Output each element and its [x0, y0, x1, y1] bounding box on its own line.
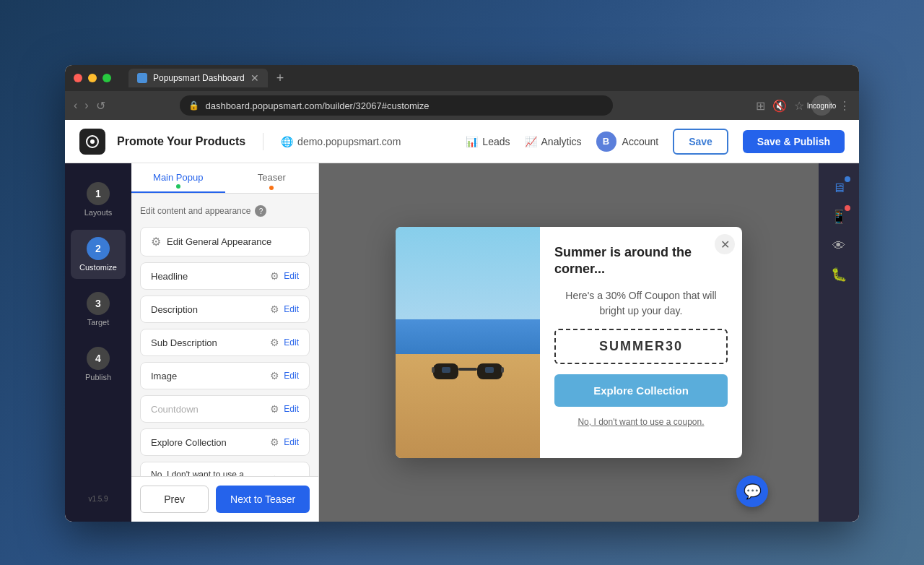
debug-tool[interactable]: 🐛 — [826, 262, 852, 288]
svg-rect-5 — [432, 367, 435, 373]
panel-tabs: Main Popup Teaser — [131, 163, 318, 194]
save-button[interactable]: Save — [673, 129, 728, 155]
decline-label: No, I don't want to use a coupon — [151, 470, 270, 476]
step-layouts[interactable]: 1 Layouts — [71, 175, 126, 224]
back-button[interactable]: ‹ — [74, 99, 77, 112]
header-url: 🌐 demo.popupsmart.com — [281, 136, 401, 147]
headline-gear-icon[interactable]: ⚙ — [270, 270, 279, 282]
browser-tab[interactable]: Popupsmart Dashboard ✕ — [128, 69, 268, 87]
app-body: 1 Layouts 2 Customize 3 Target 4 Publish… — [65, 163, 859, 522]
step-target[interactable]: 3 Target — [71, 285, 126, 334]
maximize-traffic-light[interactable] — [103, 74, 111, 82]
leads-nav-link[interactable]: 📊 Leads — [466, 136, 510, 147]
step-label-layouts: Layouts — [84, 208, 113, 217]
beach-scene — [396, 227, 540, 458]
forward-button[interactable]: › — [84, 99, 88, 112]
refresh-button[interactable]: ↺ — [96, 99, 105, 113]
right-sidebar: 🖥 📱 👁 🐛 — [819, 163, 859, 522]
chat-button[interactable]: 💬 — [736, 475, 768, 507]
popup-decline-link[interactable]: No, I don't want to use a coupon. — [554, 417, 728, 427]
countdown-label: Countdown — [151, 404, 199, 415]
svg-rect-6 — [501, 367, 504, 373]
edit-general-appearance[interactable]: ⚙ Edit General Appearance — [140, 227, 310, 256]
tab-main-popup[interactable]: Main Popup — [131, 163, 225, 193]
image-actions: ⚙ Edit — [270, 370, 299, 381]
sunglasses-icon — [432, 353, 504, 389]
incognito-button[interactable]: Incognito — [811, 95, 832, 116]
header-nav: 📊 Leads 📈 Analytics B Account Save Save … — [466, 129, 845, 155]
edit-description[interactable]: Description ⚙ Edit — [140, 296, 310, 323]
mobile-dot — [845, 205, 850, 211]
tab-close-button[interactable]: ✕ — [250, 73, 259, 83]
popup-close-button[interactable]: ✕ — [715, 234, 735, 254]
next-teaser-button[interactable]: Next to Teaser — [216, 486, 310, 513]
image-gear-icon[interactable]: ⚙ — [270, 370, 279, 381]
step-circle-2: 2 — [87, 237, 110, 260]
step-label-publish: Publish — [85, 373, 111, 381]
edit-explore-collection[interactable]: Explore Collection ⚙ Edit — [140, 428, 310, 456]
desktop-view-tool[interactable]: 🖥 — [826, 175, 852, 201]
sub-description-gear-icon[interactable]: ⚙ — [270, 337, 279, 348]
image-label: Image — [151, 371, 177, 381]
gear-settings-icon: ⚙ — [151, 235, 161, 249]
headline-label: Headline — [151, 271, 188, 282]
popup-cta-button[interactable]: Explore Collection — [554, 374, 728, 407]
extensions-icon[interactable]: ⊞ — [756, 99, 765, 113]
app-container: Promote Your Products 🌐 demo.popupsmart.… — [65, 120, 859, 522]
mute-icon[interactable]: 🔇 — [772, 99, 787, 113]
address-box[interactable]: 🔒 dashboard.popupsmart.com/builder/32067… — [180, 95, 613, 116]
edit-general-label: Edit General Appearance — [167, 236, 271, 247]
leads-icon: 📊 — [466, 136, 478, 147]
account-button[interactable]: B Account — [596, 131, 659, 152]
prev-button[interactable]: Prev — [140, 486, 209, 513]
countdown-edit-link[interactable]: Edit — [284, 404, 299, 414]
globe-icon: 🌐 — [281, 136, 293, 147]
edit-countdown[interactable]: Countdown ⚙ Edit — [140, 395, 310, 423]
step-publish[interactable]: 4 Publish — [71, 340, 126, 389]
browser-addressbar: ‹ › ↺ 🔒 dashboard.popupsmart.com/builder… — [65, 91, 859, 120]
mobile-view-tool[interactable]: 📱 — [826, 204, 852, 230]
editor-panel: Main Popup Teaser Edit content and appea… — [131, 163, 319, 522]
step-circle-4: 4 — [87, 347, 110, 370]
new-tab-button[interactable]: + — [276, 71, 284, 86]
tab-dot-main — [176, 184, 180, 189]
description-edit-link[interactable]: Edit — [284, 304, 299, 314]
bug-icon: 🐛 — [831, 267, 847, 282]
app-header: Promote Your Products 🌐 demo.popupsmart.… — [65, 120, 859, 163]
minimize-traffic-light[interactable] — [88, 74, 97, 82]
edit-headline[interactable]: Headline ⚙ Edit — [140, 262, 310, 290]
popup-preview: Summer is around the corner... Here's a … — [396, 227, 742, 458]
desktop-icon: 🖥 — [832, 181, 845, 196]
edit-sub-description[interactable]: Sub Description ⚙ Edit — [140, 329, 310, 356]
image-edit-link[interactable]: Edit — [284, 371, 299, 381]
sub-description-edit-link[interactable]: Edit — [284, 337, 299, 348]
edit-image[interactable]: Image ⚙ Edit — [140, 362, 310, 389]
svg-rect-4 — [458, 368, 477, 371]
sub-description-label: Sub Description — [151, 337, 217, 348]
step-customize[interactable]: 2 Customize — [71, 230, 126, 279]
save-publish-button[interactable]: Save & Publish — [743, 130, 845, 153]
menu-icon[interactable]: ⋮ — [839, 99, 850, 113]
explore-collection-edit-link[interactable]: Edit — [284, 437, 299, 447]
help-icon[interactable]: ? — [255, 205, 266, 217]
svg-rect-8 — [485, 367, 494, 373]
tab-teaser[interactable]: Teaser — [225, 163, 319, 193]
app-title: Promote Your Products — [117, 135, 245, 148]
leads-label: Leads — [482, 136, 510, 147]
panel-section-header: Edit content and appearance ? — [140, 202, 310, 220]
headline-edit-link[interactable]: Edit — [284, 271, 299, 281]
preview-area: Summer is around the corner... Here's a … — [319, 163, 819, 522]
chat-icon: 💬 — [744, 483, 762, 500]
edit-decline[interactable]: No, I don't want to use a coupon ⚙ Edit — [140, 462, 310, 476]
mobile-icon: 📱 — [831, 209, 847, 225]
description-gear-icon[interactable]: ⚙ — [270, 303, 279, 315]
explore-collection-gear-icon[interactable]: ⚙ — [270, 436, 279, 448]
step-label-customize: Customize — [79, 263, 117, 272]
browser-window: Popupsmart Dashboard ✕ + ‹ › ↺ 🔒 dashboa… — [65, 65, 859, 522]
analytics-nav-link[interactable]: 📈 Analytics — [525, 136, 582, 147]
close-traffic-light[interactable] — [74, 74, 82, 82]
tab-dot-teaser — [269, 186, 274, 190]
bookmark-icon[interactable]: ☆ — [794, 99, 804, 113]
preview-tool[interactable]: 👁 — [826, 233, 852, 259]
countdown-gear-icon[interactable]: ⚙ — [270, 403, 279, 415]
